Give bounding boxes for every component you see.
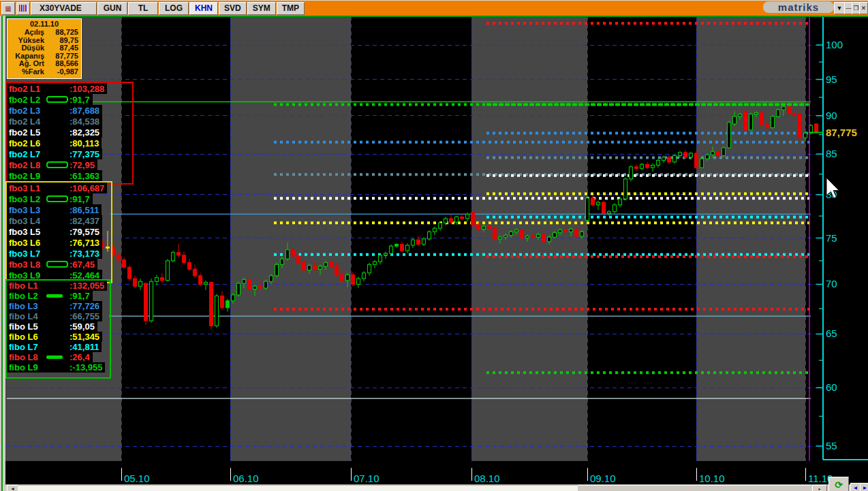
candle[interactable] <box>537 234 540 237</box>
candle[interactable] <box>662 157 666 161</box>
refresh-button[interactable]: ⟳ <box>828 477 849 491</box>
candle[interactable] <box>722 148 726 156</box>
candle[interactable] <box>575 229 578 236</box>
candle[interactable] <box>177 253 181 255</box>
scroll-end-button[interactable]: ▸ <box>812 485 827 491</box>
candle[interactable] <box>352 275 355 285</box>
candle[interactable] <box>379 255 382 262</box>
scroll-left-button[interactable]: ◄ <box>7 485 18 491</box>
candle[interactable] <box>428 232 431 238</box>
candle[interactable] <box>646 164 649 168</box>
fib-box-fibo[interactable]: fibo L1:132,055fibo L2:91,7fibo L3:77,72… <box>5 279 111 379</box>
candle[interactable] <box>602 202 606 213</box>
candle[interactable] <box>324 263 328 266</box>
candle[interactable] <box>755 113 758 114</box>
candle[interactable] <box>461 217 464 219</box>
candle[interactable] <box>313 266 317 269</box>
candle[interactable] <box>613 205 617 212</box>
candle[interactable] <box>183 255 186 263</box>
candle[interactable] <box>471 212 475 225</box>
candle[interactable] <box>733 116 737 124</box>
nav-left-button[interactable]: ◄ <box>850 483 861 491</box>
candle[interactable] <box>303 263 306 270</box>
candle[interactable] <box>608 212 611 214</box>
candle[interactable] <box>564 230 568 232</box>
candle[interactable] <box>450 219 453 222</box>
candle[interactable] <box>390 246 393 253</box>
candle[interactable] <box>504 236 508 238</box>
candle[interactable] <box>253 286 257 289</box>
candle[interactable] <box>619 199 622 205</box>
candle[interactable] <box>417 240 420 244</box>
tab-tl[interactable]: TL <box>128 2 158 15</box>
candle[interactable] <box>499 237 502 239</box>
table-icon[interactable]: ▦ <box>1 2 15 15</box>
candle[interactable] <box>243 279 246 283</box>
candle[interactable] <box>297 256 300 262</box>
candle[interactable] <box>531 236 535 238</box>
candle[interactable] <box>232 295 235 301</box>
candle[interactable] <box>760 113 764 125</box>
candle[interactable] <box>150 281 153 321</box>
candle[interactable] <box>706 155 709 159</box>
candle[interactable] <box>559 230 562 233</box>
candle[interactable] <box>788 107 791 114</box>
candle[interactable] <box>640 164 644 168</box>
candle[interactable] <box>515 230 518 232</box>
candle[interactable] <box>668 157 671 162</box>
candle[interactable] <box>308 266 311 270</box>
candle[interactable] <box>319 266 322 269</box>
candle[interactable] <box>586 198 589 221</box>
candle[interactable] <box>493 228 497 239</box>
candle[interactable] <box>395 244 399 247</box>
close-button[interactable]: ✕ <box>859 2 868 14</box>
candle[interactable] <box>357 279 360 284</box>
candle[interactable] <box>128 267 131 279</box>
candle[interactable] <box>477 225 480 229</box>
candle[interactable] <box>482 227 486 229</box>
chart-icon[interactable] <box>16 2 30 15</box>
candle[interactable] <box>749 114 753 130</box>
candle[interactable] <box>488 227 491 229</box>
candle[interactable] <box>134 279 137 286</box>
nav-right-button[interactable]: ► <box>860 483 868 491</box>
candle[interactable] <box>117 255 121 260</box>
candle[interactable] <box>161 278 164 281</box>
candle[interactable] <box>689 153 693 157</box>
candle[interactable] <box>346 275 350 281</box>
candle[interactable] <box>193 269 197 276</box>
candle[interactable] <box>635 167 638 168</box>
candle[interactable] <box>739 114 742 116</box>
candle[interactable] <box>226 301 230 308</box>
candle[interactable] <box>123 260 126 268</box>
candle[interactable] <box>286 250 290 259</box>
candle[interactable] <box>215 296 219 326</box>
candle[interactable] <box>155 278 159 282</box>
dropdown-button[interactable]: ▼ <box>834 2 845 14</box>
candle[interactable] <box>188 263 191 270</box>
candle[interactable] <box>777 110 780 116</box>
candle[interactable] <box>455 217 459 222</box>
candle[interactable] <box>526 236 529 238</box>
candle[interactable] <box>444 219 448 223</box>
candle[interactable] <box>335 266 339 274</box>
candle[interactable] <box>700 159 704 168</box>
candle[interactable] <box>281 259 284 264</box>
candle[interactable] <box>815 124 818 133</box>
candle[interactable] <box>717 152 720 156</box>
candle[interactable] <box>466 215 469 219</box>
candle[interactable] <box>651 165 655 168</box>
candle[interactable] <box>172 253 175 261</box>
candle[interactable] <box>330 263 333 266</box>
candle[interactable] <box>362 273 366 279</box>
candle[interactable] <box>766 125 769 127</box>
candle[interactable] <box>548 237 551 242</box>
candle[interactable] <box>521 230 524 238</box>
tab-tmp[interactable]: TMP <box>277 2 305 15</box>
tab-x30yvade[interactable]: X30YVADE <box>31 2 97 15</box>
candle[interactable] <box>804 133 807 138</box>
candle[interactable] <box>275 264 279 276</box>
candle[interactable] <box>630 167 633 179</box>
candle[interactable] <box>368 264 371 272</box>
candle[interactable] <box>237 283 241 295</box>
